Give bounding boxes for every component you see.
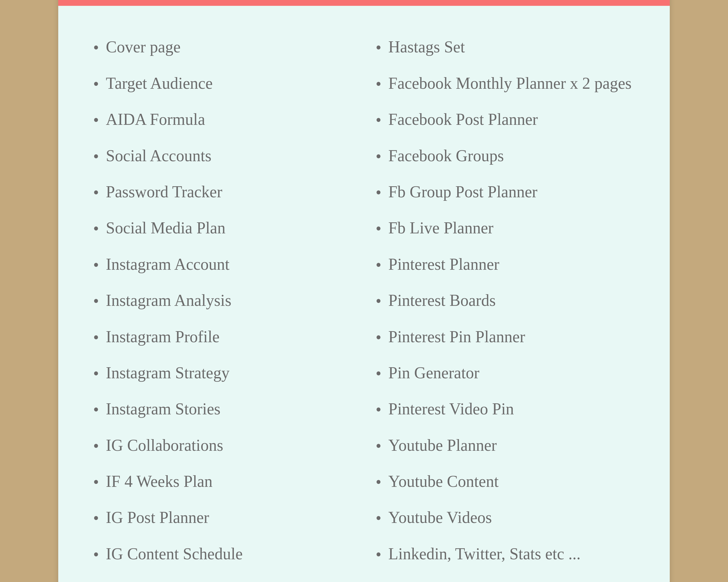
- list-item-fb-live-planner: • Fb Live Planner: [375, 210, 635, 246]
- item-text-facebook-groups: Facebook Groups: [388, 144, 504, 167]
- bullet-icon: •: [375, 217, 382, 240]
- bullet-icon: •: [93, 253, 99, 276]
- bullet-icon: •: [375, 435, 382, 457]
- list-item-pin-generator: • Pin Generator: [375, 355, 635, 391]
- item-text-facebook-post-planner: Facebook Post Planner: [388, 108, 538, 131]
- bullet-icon: •: [375, 253, 382, 276]
- bullet-icon: •: [375, 507, 382, 529]
- left-column: • Cover page • Target Audience • AIDA Fo…: [93, 29, 353, 582]
- item-text-fb-group-post-planner: Fb Group Post Planner: [388, 181, 538, 203]
- bullet-icon: •: [93, 145, 99, 168]
- list-item-youtube-planner: • Youtube Planner: [375, 427, 635, 464]
- item-text-fb-live-planner: Fb Live Planner: [388, 217, 494, 239]
- list-item-hastag-planner: • Hastag Planner: [93, 572, 353, 582]
- list-item-cover-page: • Cover page: [93, 29, 353, 65]
- item-text-ig-collaborations: IG Collaborations: [106, 434, 223, 456]
- item-text-pinterest-planner: Pinterest Planner: [388, 253, 499, 276]
- item-text-hastags-set: Hastags Set: [388, 35, 465, 58]
- list-item-linkedin-twitter-stats: • Linkedin, Twitter, Stats etc ...: [375, 536, 635, 572]
- item-text-ig-post-planner: IG Post Planner: [106, 506, 209, 529]
- list-item-ig-collaborations: • IG Collaborations: [93, 427, 353, 464]
- list-item-facebook-monthly-planner: • Facebook Monthly Planner x 2 pages: [375, 65, 635, 102]
- item-text-social-media-plan: Social Media Plan: [106, 217, 226, 239]
- item-text-youtube-content: Youtube Content: [388, 470, 499, 493]
- main-card: What's Included: • Cover page • Target A…: [58, 0, 670, 582]
- list-item-instagram-profile: • Instagram Profile: [93, 319, 353, 355]
- bullet-icon: •: [93, 109, 99, 131]
- list-item-instagram-account: • Instagram Account: [93, 247, 353, 282]
- item-text-instagram-stories: Instagram Stories: [106, 397, 220, 420]
- bullet-icon: •: [93, 435, 99, 457]
- card-body: • Cover page • Target Audience • AIDA Fo…: [58, 6, 670, 582]
- item-text-instagram-analysis: Instagram Analysis: [106, 289, 232, 312]
- bullet-icon: •: [375, 145, 382, 168]
- list-item-facebook-post-planner: • Facebook Post Planner: [375, 102, 635, 138]
- list-item-social-media-plan: • Social Media Plan: [93, 210, 353, 246]
- item-text-if-4-weeks-plan: IF 4 Weeks Plan: [106, 470, 213, 493]
- list-item-instagram-analysis: • Instagram Analysis: [93, 282, 353, 318]
- bullet-icon: •: [375, 543, 382, 566]
- bullet-icon: •: [375, 326, 382, 349]
- list-item-password-tracker: • Password Tracker: [93, 174, 353, 210]
- bullet-icon: •: [375, 109, 382, 131]
- item-text-youtube-planner: Youtube Planner: [388, 434, 497, 456]
- bullet-icon: •: [93, 73, 99, 95]
- card-header: What's Included:: [58, 0, 670, 6]
- bullet-icon: •: [93, 326, 99, 349]
- bullet-icon: •: [375, 289, 382, 312]
- item-text-facebook-monthly-planner: Facebook Monthly Planner x 2 pages: [388, 72, 632, 94]
- bullet-icon: •: [375, 181, 382, 204]
- list-item-youtube-videos: • Youtube Videos: [375, 500, 635, 536]
- bullet-icon: •: [93, 362, 99, 385]
- list-item-ig-content-schedule: • IG Content Schedule: [93, 536, 353, 572]
- list-item-if-4-weeks-plan: • IF 4 Weeks Plan: [93, 464, 353, 500]
- list-item-pinterest-pin-planner: • Pinterest Pin Planner: [375, 319, 635, 355]
- bullet-icon: •: [93, 36, 99, 59]
- bullet-icon: •: [375, 398, 382, 421]
- item-text-pinterest-pin-planner: Pinterest Pin Planner: [388, 325, 525, 348]
- list-item-social-accounts: • Social Accounts: [93, 138, 353, 174]
- list-item-fb-group-post-planner: • Fb Group Post Planner: [375, 174, 635, 210]
- bullet-icon: •: [375, 471, 382, 493]
- list-item-ig-post-planner: • IG Post Planner: [93, 500, 353, 536]
- bullet-icon: •: [93, 579, 99, 582]
- item-text-ig-content-schedule: IG Content Schedule: [106, 543, 243, 565]
- bullet-icon: •: [375, 73, 382, 95]
- list-item-instagram-stories: • Instagram Stories: [93, 391, 353, 427]
- bullet-icon: •: [93, 471, 99, 493]
- item-text-pin-generator: Pin Generator: [388, 361, 479, 384]
- item-text-youtube-videos: Youtube Videos: [388, 506, 492, 529]
- item-text-cover-page: Cover page: [106, 35, 181, 58]
- list-item-pinterest-planner: • Pinterest Planner: [375, 247, 635, 282]
- item-text-instagram-account: Instagram Account: [106, 253, 230, 276]
- bullet-icon: •: [93, 398, 99, 421]
- right-column: • Hastags Set • Facebook Monthly Planner…: [375, 29, 635, 582]
- list-item-youtube-content: • Youtube Content: [375, 464, 635, 500]
- item-text-instagram-strategy: Instagram Strategy: [106, 361, 230, 384]
- bullet-icon: •: [375, 36, 382, 59]
- list-item-facebook-groups: • Facebook Groups: [375, 138, 635, 174]
- list-item-aida-formula: • AIDA Formula: [93, 102, 353, 138]
- item-text-social-accounts: Social Accounts: [106, 144, 211, 167]
- item-text-pinterest-boards: Pinterest Boards: [388, 289, 496, 312]
- bullet-icon: •: [93, 543, 99, 566]
- list-item-pinterest-video-pin: • Pinterest Video Pin: [375, 391, 635, 427]
- item-text-pinterest-video-pin: Pinterest Video Pin: [388, 397, 514, 420]
- bullet-icon: •: [93, 217, 99, 240]
- item-text-hastag-planner: Hastag Planner: [106, 579, 205, 582]
- item-text-linkedin-twitter-stats: Linkedin, Twitter, Stats etc ...: [388, 543, 581, 565]
- item-text-aida-formula: AIDA Formula: [106, 108, 205, 131]
- bullet-icon: •: [93, 181, 99, 204]
- bullet-icon: •: [93, 507, 99, 529]
- bullet-icon: •: [375, 362, 382, 385]
- list-item-target-audience: • Target Audience: [93, 65, 353, 102]
- list-item-instagram-strategy: • Instagram Strategy: [93, 355, 353, 391]
- bullet-icon: •: [93, 289, 99, 312]
- list-item-hastags-set: • Hastags Set: [375, 29, 635, 65]
- list-item-pinterest-boards: • Pinterest Boards: [375, 282, 635, 318]
- item-text-target-audience: Target Audience: [106, 72, 213, 94]
- item-text-password-tracker: Password Tracker: [106, 181, 223, 203]
- item-text-instagram-profile: Instagram Profile: [106, 325, 219, 348]
